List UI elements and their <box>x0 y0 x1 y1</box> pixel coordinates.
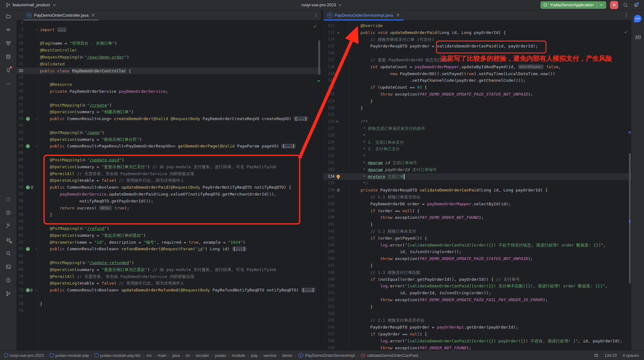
pane-splitter[interactable] <box>321 10 323 351</box>
inspections-ok-icon[interactable] <box>313 24 317 29</box>
api-gutter-icon[interactable]: ↗ <box>26 117 30 121</box>
problems-icon[interactable] <box>4 276 12 284</box>
code-editor-right[interactable]: 112 @Override113 public void updateDemoO… <box>323 20 631 351</box>
code-line-51: 51 @Operation(summary = "更新示例订单为已支付") //… <box>16 163 321 170</box>
ai-status-icon[interactable] <box>594 353 599 358</box>
version-control-icon[interactable] <box>4 290 12 298</box>
line-number: 59 <box>16 218 23 225</box>
breadcrumb-item[interactable]: mvalidateDemoOrderCanPaid <box>360 352 419 358</box>
tab-paydemoorderserviceimpl[interactable]: C PayDemoOrderServiceImpl.java <box>324 10 404 20</box>
breadcrumb-item[interactable]: yudao-module-pay <box>49 352 90 358</box>
editor-pane-left[interactable]: C PayDemoOrderController.java 23import .… <box>16 10 321 351</box>
http-method-globe-icon[interactable]: ⌄ <box>79 129 84 136</box>
at-gutter-icon[interactable]: @ <box>31 185 33 190</box>
fold-gutter-icon[interactable] <box>35 247 38 251</box>
line-number: 72 <box>16 287 23 294</box>
profiler-icon[interactable] <box>4 195 12 203</box>
breadcrumb-item[interactable]: ruoyi-vue-pro-2023 <box>3 352 45 358</box>
indent-setting[interactable]: 4 spaces <box>623 353 639 358</box>
project-widget[interactable]: ruoyi-vue-pro-2023 <box>302 3 343 8</box>
api-gutter-icon[interactable]: ↗ <box>26 247 30 251</box>
fold-gutter-icon[interactable] <box>35 145 38 148</box>
code-text: throw exception(PAY_DEMO_ORDER_NOT_FOUND… <box>351 214 484 221</box>
http-method-globe-icon[interactable]: ⌄ <box>79 54 84 61</box>
stop-button[interactable] <box>610 1 618 9</box>
http-method-globe-icon[interactable]: ⌄ <box>82 259 87 266</box>
code-line-43: 43 @GetMapping(⌄"/page") <box>16 129 321 136</box>
fold-gutter-icon[interactable] <box>35 117 38 121</box>
database-icon[interactable] <box>4 53 12 61</box>
override-gutter-icon[interactable] <box>336 31 340 35</box>
code-line-38: 38 @Operation(summary = "创建示例订单") <box>16 108 321 115</box>
structure-icon[interactable] <box>4 39 12 47</box>
vertical-scrollbar[interactable] <box>629 153 631 284</box>
tab-paydemoordercontroller[interactable]: C PayDemoOrderController.java <box>23 10 99 20</box>
code-editor-left[interactable]: 23import ...2728@Tag(name = "管理后台 - 示例订单… <box>16 20 321 351</box>
close-icon[interactable] <box>395 13 400 18</box>
breadcrumb-item[interactable]: main <box>157 352 167 358</box>
lines-gutter-icon[interactable] <box>335 120 339 124</box>
commit-icon[interactable] <box>4 25 12 34</box>
breadcrumb-item[interactable]: java <box>171 352 181 358</box>
debug-icon[interactable] <box>4 235 12 244</box>
breadcrumb-item[interactable]: yudao-module-pay-biz <box>94 352 142 358</box>
terminal-icon[interactable] <box>4 263 12 271</box>
find-icon[interactable] <box>4 249 12 257</box>
line-number: 77 <box>16 294 23 301</box>
code-text: * @return 交易订单 <box>351 173 404 180</box>
line-number: 61 <box>16 232 23 239</box>
close-icon[interactable] <box>91 13 96 18</box>
inspections-ok-icon[interactable] <box>624 30 628 34</box>
breadcrumb-item[interactable]: yudao <box>214 352 227 358</box>
build-icon[interactable] <box>4 222 12 230</box>
breadcrumb-separator: › <box>228 353 229 358</box>
search-everywhere-button[interactable] <box>622 2 629 8</box>
maven-icon[interactable]: m <box>634 33 642 41</box>
code-text: payDemoOrderService.updateDemoOrderPaid(… <box>40 191 276 198</box>
api-gutter-icon[interactable]: ↗ <box>26 186 30 190</box>
fold-gutter-icon[interactable] <box>35 28 38 31</box>
more-options-icon[interactable] <box>314 13 319 18</box>
code-line-32: 32public class PayDemoOrderController { <box>16 68 321 75</box>
vertical-scrollbar[interactable] <box>318 40 320 75</box>
code-text: @RestController <box>40 47 77 54</box>
breadcrumb-item[interactable]: pay <box>250 352 258 358</box>
breadcrumb-item[interactable]: iocoder <box>195 352 210 358</box>
at-gutter-icon[interactable]: @ <box>30 288 32 292</box>
at-gutter-icon[interactable]: @ <box>337 188 339 192</box>
api-gutter-icon[interactable]: ↗ <box>26 288 30 292</box>
project-folder-icon[interactable] <box>4 12 12 20</box>
settings-button[interactable] <box>633 2 640 8</box>
bulb-gutter-icon[interactable] <box>336 175 340 178</box>
services-icon[interactable] <box>4 208 12 217</box>
line-number: 153 <box>323 303 335 310</box>
more-tool-windows-icon[interactable] <box>4 80 12 88</box>
breadcrumb-item[interactable]: CPayDemoOrderServiceImpl <box>297 352 356 358</box>
breadcrumb-item[interactable]: demo <box>281 352 293 358</box>
line-number: 32 <box>16 68 23 75</box>
http-method-globe-icon[interactable]: ⌄ <box>79 225 84 232</box>
vcs-branch-widget[interactable]: feature/mall_product <box>4 2 59 8</box>
chevron-down-icon[interactable] <box>599 3 604 7</box>
code-line-39: 39↗ public CommonResult<Long> createDemo… <box>16 115 321 122</box>
fold-gutter-icon[interactable] <box>35 289 38 292</box>
breadcrumb-item[interactable]: service <box>263 352 277 358</box>
line-number: 133 <box>323 166 335 173</box>
breadcrumb-item[interactable]: module <box>231 352 246 358</box>
breadcrumb-item[interactable]: src <box>145 352 153 358</box>
line-number: 71 <box>16 280 23 287</box>
notifications-icon[interactable] <box>4 66 12 74</box>
code-line-115: 115 PayOrderRespDTO payOrder = validateD… <box>323 43 631 50</box>
code-text: } <box>40 301 42 307</box>
breadcrumb-item[interactable]: cn <box>185 352 191 358</box>
code-text: @PermitAll // 无需登录, 安全由 PayDemoOrderServ… <box>40 273 194 280</box>
caret-position[interactable]: 134:20 <box>604 353 617 358</box>
http-method-globe-icon[interactable]: ⌄ <box>82 102 87 109</box>
api-gutter-icon[interactable]: ↗ <box>26 144 30 148</box>
more-options-icon[interactable] <box>624 13 629 18</box>
http-method-globe-icon[interactable]: ⌄ <box>82 157 87 163</box>
line-number: 139 <box>323 208 335 214</box>
line-number: 43 <box>16 129 23 136</box>
ai-assistant-icon[interactable]: </> <box>634 14 642 23</box>
run-configuration-button[interactable]: YudaoServerApplication <box>540 1 606 9</box>
